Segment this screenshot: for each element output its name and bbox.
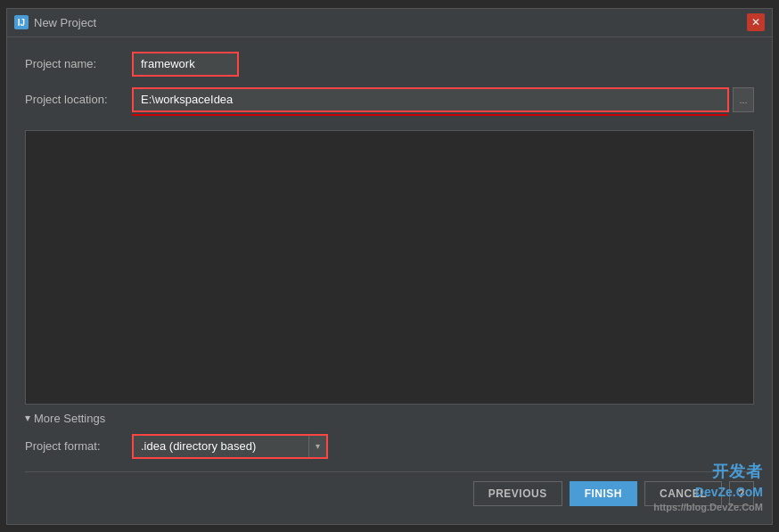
location-underline: [132, 114, 728, 116]
project-location-label: Project location:: [25, 93, 132, 106]
more-settings-label: More Settings: [34, 412, 105, 425]
project-format-label: Project format:: [25, 439, 132, 453]
project-location-wrapper: [132, 87, 729, 112]
window-title: New Project: [34, 16, 96, 29]
more-settings-toggle-icon: ▾: [25, 412, 30, 424]
dropdown-arrow-icon[interactable]: ▾: [308, 436, 326, 457]
close-button[interactable]: ✕: [747, 13, 765, 31]
more-settings-row[interactable]: ▾ More Settings: [25, 412, 754, 425]
title-bar: IJ New Project ✕: [7, 9, 772, 37]
browse-button[interactable]: ...: [733, 87, 754, 112]
watermark: 开发者 DevZe.CoM https://blog.DevZe.CoM: [653, 461, 763, 514]
project-location-input[interactable]: [134, 89, 727, 110]
title-bar-left: IJ New Project: [14, 15, 96, 29]
project-location-row: Project location: ...: [25, 87, 754, 112]
finish-button[interactable]: FINISH: [570, 481, 637, 506]
project-format-row: Project format: .idea (directory based) …: [25, 434, 754, 459]
main-content-area: [25, 130, 754, 405]
previous-button[interactable]: PREVIOUS: [473, 481, 562, 506]
project-name-input[interactable]: [132, 52, 239, 77]
app-icon-text: IJ: [18, 18, 25, 28]
button-row: PREVIOUS FINISH CANCEL ?: [25, 471, 754, 506]
dialog-content: Project name: Project location: ... ▾ Mo…: [7, 37, 772, 524]
app-icon: IJ: [14, 15, 29, 29]
dialog-window: IJ New Project ✕ Project name: Project l…: [6, 8, 773, 525]
watermark-url: https://blog.DevZe.CoM: [653, 501, 763, 514]
project-format-dropdown[interactable]: .idea (directory based) ▾: [132, 434, 328, 459]
project-name-row: Project name:: [25, 52, 754, 77]
project-name-label: Project name:: [25, 57, 132, 70]
watermark-line2: DevZe.CoM: [653, 484, 763, 502]
project-format-value: .idea (directory based): [134, 436, 308, 456]
watermark-line1: 开发者: [653, 461, 763, 483]
bottom-section: ▾ More Settings Project format: .idea (d…: [25, 412, 754, 510]
